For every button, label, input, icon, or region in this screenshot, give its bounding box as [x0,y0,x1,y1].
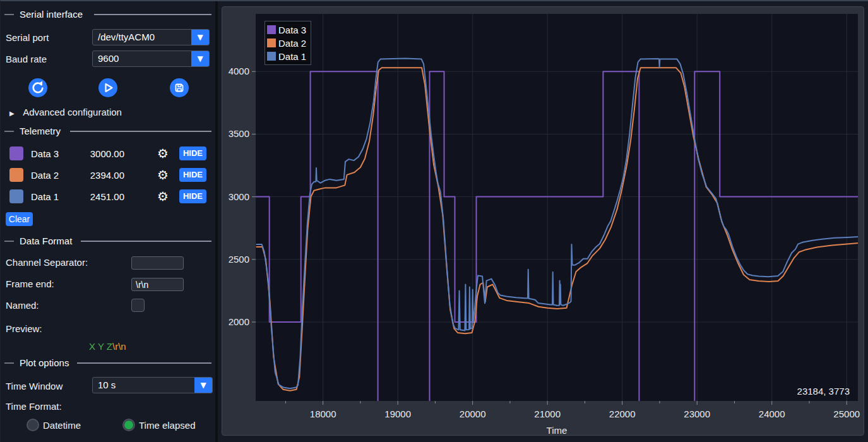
radio-time-elapsed-label[interactable]: Time elapsed [139,420,196,431]
chevron-down-icon: ▼ [197,54,203,63]
legend-swatch [267,52,276,61]
legend-item: Data 1 [267,50,306,63]
y-tick-label: 3500 [229,128,249,139]
series-name: Data 3 [31,148,59,159]
channel-separator-input[interactable] [131,256,184,270]
section-serial-interface: Serial interface [1,9,215,20]
section-title: Telemetry [20,126,61,136]
x-tick-label: 18000 [310,409,336,419]
legend-swatch [267,39,276,47]
section-rule [81,241,211,242]
gear-icon[interactable]: ⚙ [157,168,169,182]
hide-series-button[interactable]: HIDE [179,146,206,160]
series-value: 3000.00 [68,148,124,159]
advanced-configuration-label: Advanced configuration [23,107,122,117]
sidebar-separator [215,1,218,442]
gear-icon[interactable]: ⚙ [157,146,169,160]
section-title: Serial interface [20,9,83,20]
preview-xyz: X Y Z [89,341,112,352]
section-title: Data Format [20,236,72,246]
section-dash [4,362,14,364]
time-format-label: Time Format: [6,401,62,412]
radio-datetime-label[interactable]: Datetime [43,420,81,431]
radio-datetime[interactable] [27,419,39,431]
x-tick-label: 22000 [609,409,636,419]
section-rule [77,362,211,364]
channel-separator-label: Channel Separator: [6,257,88,268]
section-rule [94,14,211,15]
section-plot-options: Plot options [1,357,215,369]
section-dash [4,241,14,242]
frame-end-label: Frame end: [6,278,54,289]
expander-arrow-icon: ▶ [9,110,15,117]
plot-canvas[interactable]: 2000250030003500400018000190002000021000… [222,7,864,435]
x-axis-title: Time [547,425,568,435]
app-window: Serial interface Serial port /dev/ttyACM… [0,0,868,442]
clear-button[interactable]: Clear [6,212,33,226]
preview-crlf: \r\n [112,341,126,352]
chevron-down-icon: ▼ [200,381,206,390]
cursor-coordinates: 23184, 3773 [797,386,850,397]
section-title: Plot options [20,357,69,368]
frame-end-input[interactable] [131,278,184,291]
legend-label: Data 1 [278,51,306,62]
series-value: 2451.00 [68,191,124,202]
section-rule [70,131,211,132]
time-window-dropdown[interactable]: 10 s ▼ [92,377,213,393]
gear-icon[interactable]: ⚙ [157,189,169,203]
serial-port-label: Serial port [6,32,49,43]
named-label: Named: [6,300,39,311]
baud-rate-value: 9600 [93,51,191,66]
save-button[interactable] [170,78,189,97]
save-icon [170,78,189,97]
y-tick-label: 2000 [229,316,249,327]
refresh-ports-button[interactable] [28,78,47,97]
baud-rate-dropdown[interactable]: 9600 ▼ [92,51,210,67]
named-checkbox[interactable] [131,299,145,312]
legend-label: Data 3 [278,25,306,35]
legend-item: Data 3 [267,23,306,36]
chevron-down-icon: ▼ [197,33,203,42]
section-dash [4,131,14,132]
radio-time-elapsed[interactable] [122,419,135,431]
play-icon [98,78,117,97]
section-telemetry: Telemetry [1,126,215,137]
refresh-icon [28,78,47,97]
series-value: 2394.00 [68,170,124,181]
chart-panel: 2000250030003500400018000190002000021000… [222,6,864,436]
section-data-format: Data Format [1,236,215,247]
sidebar: Serial interface Serial port /dev/ttyACM… [1,1,215,442]
series-color-swatch[interactable] [9,168,23,182]
series-name: Data 2 [31,170,59,181]
x-tick-label: 24000 [759,409,785,419]
legend-swatch [267,25,276,34]
chart-legend: Data 3 Data 2 Data 1 [265,21,311,65]
connect-button[interactable] [98,78,117,97]
y-tick-label: 3000 [229,191,249,202]
dropdown-button[interactable]: ▼ [194,378,212,393]
section-dash [4,14,14,15]
series-name: Data 1 [31,191,59,202]
hide-series-button[interactable]: HIDE [179,189,206,203]
dropdown-button[interactable]: ▼ [191,30,209,45]
series-color-swatch[interactable] [9,189,23,203]
series-color-swatch[interactable] [9,146,23,160]
legend-label: Data 2 [278,38,306,49]
time-window-value: 10 s [93,378,194,393]
hide-series-button[interactable]: HIDE [179,168,206,182]
y-tick-label: 4000 [229,66,249,76]
preview-label: Preview: [6,323,42,334]
x-tick-label: 25000 [833,409,860,419]
preview-value: X Y Z\r\n [89,341,126,352]
legend-item: Data 2 [267,37,306,49]
y-tick-label: 2500 [229,254,249,265]
x-tick-label: 19000 [384,409,411,419]
x-tick-label: 21000 [534,409,561,419]
serial-port-value: /dev/ttyACM0 [93,30,191,45]
serial-port-dropdown[interactable]: /dev/ttyACM0 ▼ [92,29,210,45]
advanced-configuration-expander[interactable]: ▶ Advanced configuration [9,107,122,118]
dropdown-button[interactable]: ▼ [191,51,209,66]
x-tick-label: 20000 [460,409,486,419]
x-tick-label: 23000 [684,409,710,419]
time-window-label: Time Window [6,381,62,391]
